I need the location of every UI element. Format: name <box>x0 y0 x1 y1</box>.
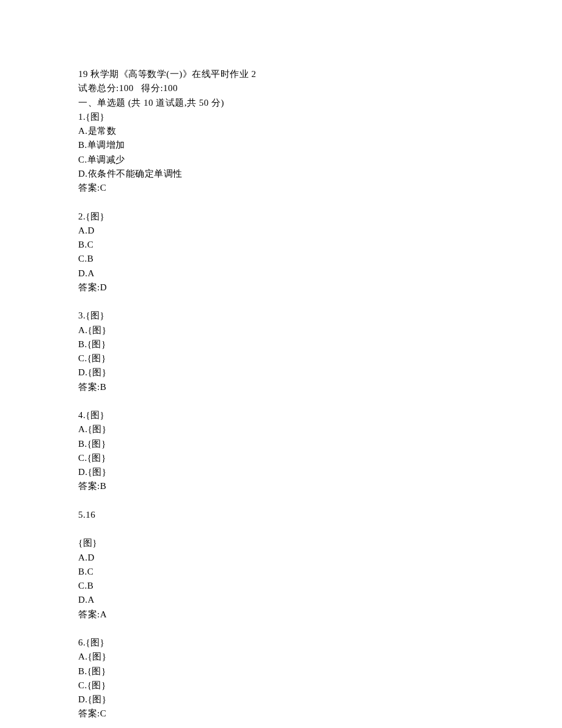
option-line: B.{图} <box>78 664 562 678</box>
option-line: B.{图} <box>78 437 562 451</box>
option-line: C.单调减少 <box>78 153 562 167</box>
section-heading: 一、单选题 (共 10 道试题,共 50 分) <box>78 96 562 110</box>
option-line: A.{图} <box>78 323 562 337</box>
option-line: A.{图} <box>78 422 562 436</box>
question-stem: 1.{图} <box>78 110 562 124</box>
blank-line <box>78 195 562 209</box>
option-line: C.{图} <box>78 451 562 465</box>
question-block: 2.{图}A.DB.CC.BD.A答案:D <box>78 210 562 309</box>
answer-line: 答案:C <box>78 181 562 195</box>
option-line: B.C <box>78 238 562 252</box>
option-line: C.{图} <box>78 678 562 693</box>
blank-line <box>78 394 562 408</box>
answer-line: 答案:B <box>78 380 562 394</box>
question-block: 6.{图}A.{图}B.{图}C.{图}D.{图}答案:C <box>78 636 562 728</box>
question-block: 4.{图}A.{图}B.{图}C.{图}D.{图}答案:B <box>78 408 562 508</box>
blank-line <box>78 295 562 309</box>
question-block: 5.16 {图}A.DB.CC.BD.A答案:A <box>78 508 562 636</box>
answer-line: 答案:B <box>78 479 562 493</box>
option-line: D.A <box>78 267 562 281</box>
option-line: B.C <box>78 565 562 579</box>
question-stem: 2.{图} <box>78 210 562 224</box>
answer-line: 答案:A <box>78 608 562 622</box>
question-extra-line: {图} <box>78 536 562 550</box>
question-stem: 5.16 <box>78 508 562 522</box>
exam-title: 19 秋学期《高等数学(一)》在线平时作业 2 <box>78 67 562 81</box>
blank-line <box>78 721 562 729</box>
blank-line <box>78 494 562 508</box>
option-line: D.依条件不能确定单调性 <box>78 167 562 181</box>
option-line: B.单调增加 <box>78 138 562 152</box>
question-stem: 4.{图} <box>78 408 562 422</box>
option-line: A.{图} <box>78 650 562 664</box>
option-line: D.A <box>78 593 562 607</box>
option-line: D.{图} <box>78 693 562 707</box>
option-line: D.{图} <box>78 366 562 380</box>
answer-line: 答案:C <box>78 707 562 721</box>
option-line: A.D <box>78 224 562 238</box>
option-line: C.B <box>78 579 562 593</box>
option-line: C.B <box>78 252 562 266</box>
question-block: 1.{图}A.是常数B.单调增加C.单调减少D.依条件不能确定单调性答案:C <box>78 110 562 210</box>
option-line: A.是常数 <box>78 124 562 138</box>
blank-line <box>78 622 562 636</box>
score-line: 试卷总分:100 得分:100 <box>78 81 562 95</box>
answer-line: 答案:D <box>78 281 562 295</box>
document-page: 19 秋学期《高等数学(一)》在线平时作业 2 试卷总分:100 得分:100 … <box>0 0 562 728</box>
question-stem: 3.{图} <box>78 309 562 323</box>
question-block: 3.{图}A.{图}B.{图}C.{图}D.{图}答案:B <box>78 309 562 408</box>
option-line: D.{图} <box>78 465 562 479</box>
option-line: B.{图} <box>78 337 562 351</box>
question-stem: 6.{图} <box>78 636 562 650</box>
option-line: A.D <box>78 551 562 565</box>
question-extra-line <box>78 522 562 536</box>
questions-container: 1.{图}A.是常数B.单调增加C.单调减少D.依条件不能确定单调性答案:C 2… <box>78 110 562 728</box>
option-line: C.{图} <box>78 351 562 366</box>
